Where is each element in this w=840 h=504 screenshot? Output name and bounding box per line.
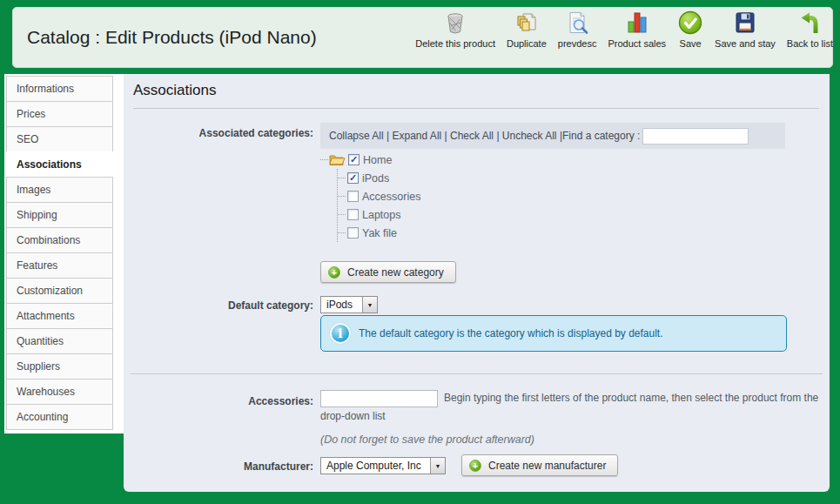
default-category-value: iPods [321, 299, 362, 311]
tree-row-yak-file: Yak file [338, 224, 420, 242]
trash-icon [444, 9, 467, 37]
tree-connector [338, 178, 346, 178]
duplicate-icon [514, 9, 539, 37]
find-category-label: Find a category : [562, 130, 640, 142]
sidebar: InformationsPricesSEOAssociationsImagesS… [4, 74, 124, 433]
toolbar-button-label: Back to list [787, 38, 833, 49]
manufacturer-label: Manufacturer: [124, 460, 313, 473]
page-title: Catalog : Edit Products (iPod Nano) [27, 27, 317, 48]
sidebar-item-associations[interactable]: Associations [6, 151, 113, 178]
sales-chart-icon [625, 9, 649, 37]
plus-icon: + [469, 460, 481, 472]
header-toolbar: Delete this productDuplicateprevdescProd… [413, 9, 835, 61]
divider [131, 373, 823, 374]
sidebar-item-prices[interactable]: Prices [6, 101, 113, 127]
category-label[interactable]: iPods [362, 172, 389, 185]
default-category-label: Default category: [124, 299, 313, 312]
create-new-manufacturer-label: Create new manufacturer [488, 460, 606, 472]
tree-link-check-all[interactable]: Check All [450, 130, 494, 142]
sidebar-item-seo[interactable]: SEO [6, 126, 113, 152]
category-label[interactable]: Laptops [362, 209, 400, 221]
accessories-note: (Do not forget to save the product after… [320, 433, 534, 446]
tree-connector [338, 232, 346, 233]
main-content: Associations Associated categories: Coll… [124, 74, 830, 492]
toolbar-button-label: Product sales [608, 38, 666, 49]
toolbar-button-label: Duplicate [507, 38, 547, 49]
toolbar-button-label: Save [680, 38, 702, 49]
save-check-icon [677, 9, 703, 37]
category-checkbox-yak-file[interactable] [347, 227, 359, 239]
accessories-input[interactable] [320, 390, 438, 407]
tree-link-uncheck-all[interactable]: Uncheck All [502, 130, 557, 142]
folder-open-icon [329, 153, 346, 166]
category-checkbox-accessories[interactable] [347, 191, 359, 202]
find-category-input[interactable] [642, 128, 749, 144]
tree-row-accessories: Accessories [338, 187, 420, 205]
accessories-field-group: Begin typing the first letters of the pr… [320, 389, 827, 426]
tree-connector [320, 159, 328, 160]
chevron-down-icon: ▼ [430, 458, 445, 474]
toolbar-button-product-sales[interactable]: Product sales [606, 9, 668, 49]
manufacturer-select[interactable]: Apple Computer, Inc ▼ [320, 457, 446, 474]
info-icon: i [330, 323, 351, 344]
tree-connector [338, 196, 346, 197]
tree-row-ipods: iPods [338, 169, 420, 187]
manufacturer-value: Apple Computer, Inc [321, 460, 430, 472]
sidebar-item-attachments[interactable]: Attachments [6, 303, 113, 329]
create-new-category-label: Create new category [347, 266, 444, 279]
sidebar-item-combinations[interactable]: Combinations [6, 227, 113, 253]
toolbar-button-delete-this-product[interactable]: Delete this product [413, 9, 497, 49]
info-message: The default category is the category whi… [359, 327, 663, 339]
accessories-label: Accessories: [124, 395, 313, 407]
toolbar-button-save-and-stay[interactable]: Save and stay [713, 9, 777, 49]
category-label[interactable]: Accessories [362, 191, 420, 203]
category-checkbox-laptops[interactable] [347, 209, 359, 220]
toolbar-button-back-to-list[interactable]: Back to list [785, 9, 835, 49]
toolbar-button-label: prevdesc [558, 38, 597, 49]
sidebar-item-informations[interactable]: Informations [6, 76, 113, 102]
sidebar-item-features[interactable]: Features [6, 252, 113, 279]
floppy-disk-icon [733, 9, 757, 37]
category-tree-toolbar: Collapse All | Expand All | Check All | … [320, 123, 785, 149]
tree-children: iPodsAccessoriesLaptopsYak file [337, 169, 420, 242]
associated-categories-label: Associated categories: [124, 127, 313, 139]
sidebar-item-quantities[interactable]: Quantities [6, 328, 113, 354]
info-box: i The default category is the category w… [320, 315, 787, 352]
chevron-down-icon: ▼ [362, 297, 377, 312]
sidebar-item-shipping[interactable]: Shipping [6, 202, 113, 228]
tree-link-expand-all[interactable]: Expand All [393, 130, 442, 142]
category-tree: HomeiPodsAccessoriesLaptopsYak file [320, 151, 420, 242]
toolbar-button-label: Save and stay [715, 38, 776, 49]
sidebar-item-customization[interactable]: Customization [6, 278, 113, 304]
tree-toolbar-links: Collapse All | Expand All | Check All | … [329, 130, 562, 142]
sidebar-item-warehouses[interactable]: Warehouses [6, 379, 113, 405]
back-arrow-icon [798, 9, 821, 37]
category-label[interactable]: Yak file [362, 227, 397, 239]
toolbar-button-save[interactable]: Save [675, 9, 705, 49]
category-checkbox-ipods[interactable] [347, 172, 359, 184]
tree-row-laptops: Laptops [338, 205, 420, 224]
toolbar-button-duplicate[interactable]: Duplicate [505, 9, 548, 49]
default-category-select[interactable]: iPods ▼ [320, 296, 378, 313]
create-new-manufacturer-button[interactable]: + Create new manufacturer [461, 454, 618, 476]
section-title: Associations [133, 82, 216, 99]
category-label[interactable]: Home [363, 154, 392, 166]
toolbar-button-prevdesc[interactable]: prevdesc [556, 9, 599, 49]
tree-row-home: Home [320, 151, 420, 169]
divider [133, 108, 819, 109]
category-checkbox-home[interactable] [348, 154, 360, 165]
tree-connector [338, 214, 346, 215]
toolbar-button-label: Delete this product [415, 38, 495, 49]
sidebar-item-accounting[interactable]: Accounting [6, 404, 113, 430]
sidebar-item-images[interactable]: Images [6, 177, 113, 203]
create-new-category-button[interactable]: + Create new category [320, 261, 456, 283]
plus-icon: + [328, 266, 340, 279]
preview-icon [565, 9, 589, 37]
tree-link-collapse-all[interactable]: Collapse All [329, 130, 384, 142]
sidebar-item-suppliers[interactable]: Suppliers [6, 353, 113, 380]
